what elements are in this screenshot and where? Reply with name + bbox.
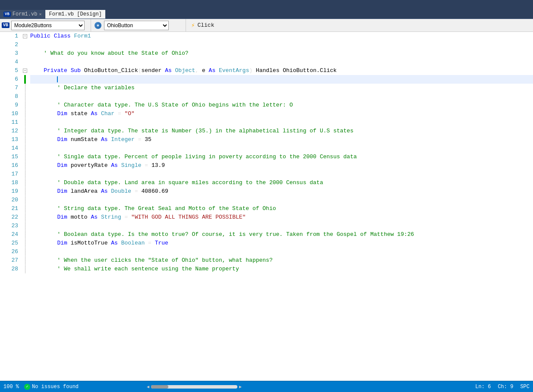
toolbar-ohio[interactable]: ◉ OhioButton	[91, 19, 186, 31]
line-number-26: 26	[0, 248, 22, 256]
code-line-18: ' Double data type. Land area in square …	[30, 179, 533, 187]
vert-line-13	[25, 135, 25, 144]
code-line-6	[30, 75, 533, 84]
code-line-7: ' Declare the variables	[30, 84, 533, 92]
scroll-right-arrow[interactable]: ▶	[239, 384, 242, 389]
line-number-4: 4	[0, 58, 22, 66]
gutter-line-10	[22, 110, 28, 118]
vert-line-22	[25, 213, 25, 222]
gutter-line-4	[22, 58, 28, 66]
vert-line-11	[25, 118, 25, 127]
tab-form1vb[interactable]: VB Form1.vb ✕	[0, 10, 45, 19]
scrollbar-track[interactable]	[151, 385, 237, 389]
code-line-3: ' What do you know about the State of Oh…	[30, 49, 533, 58]
vert-line-27	[25, 256, 25, 265]
tab-form1vb-label: Form1.vb	[13, 11, 38, 17]
gutter-line-3	[22, 49, 28, 58]
spc-label: SPC	[520, 384, 530, 390]
ohio-select[interactable]: OhioButton	[104, 21, 169, 30]
tab-bar: VB Form1.vb ✕ Form1.vb [Design]	[0, 9, 533, 19]
scroll-left-arrow[interactable]: ◀	[147, 384, 149, 389]
gutter-line-6	[22, 75, 28, 84]
line-numbers: 1234567891011121314151617181920212223242…	[0, 32, 22, 381]
gutter-line-7	[22, 84, 28, 92]
vert-line-9	[25, 101, 25, 110]
code-line-27: ' When the user clicks the "State of Ohi…	[30, 256, 533, 265]
code-line-24: ' Boolean data type. Is the motto true? …	[30, 230, 533, 239]
vert-line-19	[25, 187, 25, 196]
line-number-12: 12	[0, 127, 22, 135]
code-line-13: Dim numState As Integer = 35	[30, 135, 533, 144]
gutter-line-23	[22, 222, 28, 230]
code-content[interactable]: Public Class Form1 ' What do you know ab…	[28, 32, 533, 381]
line-number-1: 1	[0, 32, 22, 41]
vert-line-12	[25, 127, 25, 135]
line-number-14: 14	[0, 144, 22, 153]
vert-line-17	[25, 170, 25, 179]
scrollbar-area[interactable]: ◀ ▶	[147, 384, 507, 389]
green-bar-6	[24, 75, 26, 84]
tab-form1design[interactable]: Form1.vb [Design]	[45, 10, 105, 19]
gutter-line-17	[22, 170, 28, 179]
module-dropdown[interactable]: Module2Buttons	[11, 21, 89, 30]
code-line-28: ' We shall write each sentence using the…	[30, 265, 533, 273]
gutter-line-27	[22, 256, 28, 265]
line-number-9: 9	[0, 101, 22, 110]
line-number-22: 22	[0, 213, 22, 222]
line-number-15: 15	[0, 153, 22, 161]
line-number-2: 2	[0, 41, 22, 49]
line-number-7: 7	[0, 84, 22, 92]
collapse-icon-5[interactable]: −	[23, 69, 27, 73]
code-line-17	[30, 170, 533, 179]
code-line-16: Dim povertyRate As Single = 13.9	[30, 161, 533, 170]
vert-line-16	[25, 161, 25, 170]
vert-line-26	[25, 248, 25, 256]
vert-line-10	[25, 110, 25, 118]
code-line-5: Private Sub OhioButton_Click(sender As O…	[30, 66, 533, 75]
issues-status: ✓ No issues found	[24, 384, 79, 390]
module-select[interactable]: Module2Buttons	[11, 21, 85, 30]
vb-icon: VB	[2, 22, 9, 28]
line-number-13: 13	[0, 135, 22, 144]
line-number-8: 8	[0, 92, 22, 101]
collapse-icon-1[interactable]: −	[23, 34, 27, 38]
code-line-15: ' Single data type. Percent of people li…	[30, 153, 533, 161]
vert-line-8	[25, 92, 25, 101]
line-number-19: 19	[0, 187, 22, 196]
code-line-23	[30, 222, 533, 230]
line-number-6: 6	[0, 75, 22, 84]
vert-line-25	[25, 239, 25, 248]
gutter-line-25	[22, 239, 28, 248]
tab-vb-icon: VB	[3, 12, 11, 17]
check-icon: ✓	[24, 384, 30, 390]
gutter-line-9	[22, 101, 28, 110]
tab-design-label: Form1.vb [Design]	[49, 11, 101, 17]
ohio-dropdown[interactable]: OhioButton	[104, 21, 182, 30]
code-editor[interactable]: 1234567891011121314151617181920212223242…	[0, 32, 533, 381]
gutter-line-16	[22, 161, 28, 170]
code-line-25: Dim isMottoTrue As Boolean = True	[30, 239, 533, 248]
click-label: Click	[197, 22, 214, 28]
gutter-line-15	[22, 153, 28, 161]
gutter-line-24	[22, 230, 28, 239]
vert-line-18	[25, 179, 25, 187]
scrollbar-thumb[interactable]	[151, 385, 168, 389]
vert-line-14	[25, 144, 25, 153]
toolbar-vb-module[interactable]: VB Module2Buttons	[0, 19, 91, 31]
code-line-8	[30, 92, 533, 101]
gutter-line-14	[22, 144, 28, 153]
toolbar: VB Module2Buttons ◉ OhioButton ⚡ Click	[0, 19, 533, 32]
vert-line-7	[25, 84, 25, 92]
code-line-2	[30, 41, 533, 49]
code-area: 1234567891011121314151617181920212223242…	[0, 32, 533, 381]
code-line-12: ' Integer data type. The state is Number…	[30, 127, 533, 135]
code-line-4	[30, 58, 533, 66]
vert-line-23	[25, 222, 25, 230]
issues-label: No issues found	[32, 384, 79, 390]
tab-form1vb-close[interactable]: ✕	[39, 12, 41, 17]
vert-line-15	[25, 153, 25, 161]
gutter-line-1: −	[22, 32, 28, 41]
gutter-line-19	[22, 187, 28, 196]
gutter-line-8	[22, 92, 28, 101]
code-line-22: Dim motto As String = "WITH GOD ALL THIN…	[30, 213, 533, 222]
